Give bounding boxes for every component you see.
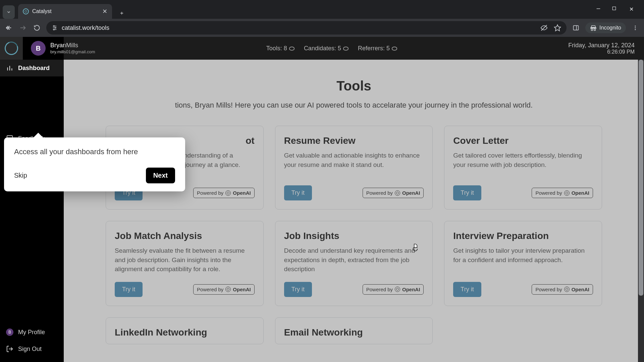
scrollbar-thumb[interactable] [639, 60, 643, 296]
svg-marker-12 [554, 25, 560, 31]
browser-titlebar: Catalyst ✕ ＋ ✕ [0, 0, 644, 19]
powered-by-badge: Powered byOpenAI [193, 284, 255, 295]
powered-brand: OpenAI [402, 190, 420, 196]
app-logo[interactable] [0, 37, 23, 60]
browser-menu-button[interactable] [631, 23, 640, 33]
logo-icon [2, 39, 20, 57]
card-title: Resume Review [284, 135, 424, 146]
sidebar-item-label: Dashboard [18, 65, 50, 72]
openai-icon [225, 287, 231, 292]
nav-back-button[interactable] [4, 23, 13, 33]
new-tab-button[interactable]: ＋ [116, 7, 127, 19]
powered-by-badge: Powered byOpenAI [363, 284, 424, 295]
user-email: bry.mills01@gmail.com [50, 49, 95, 55]
tab-close-button[interactable]: ✕ [102, 8, 107, 15]
vertical-scrollbar[interactable] [638, 60, 644, 362]
card-desc: Decode and understand key requirements a… [284, 246, 424, 274]
try-it-button[interactable]: Try it [453, 282, 481, 297]
incognito-indicator[interactable]: Incognito [585, 22, 626, 33]
powered-label: Powered by [366, 287, 393, 292]
sidebar-item-label: Sign Out [18, 346, 42, 353]
browser-toolbar: catalist.work/tools Incognito [0, 19, 644, 37]
card-desc: Seamlessly evaluate the fit between a re… [115, 246, 255, 274]
user-block: BryanMills bry.mills01@gmail.com [50, 42, 95, 54]
svg-point-17 [635, 29, 636, 30]
window-controls: ✕ [596, 0, 644, 12]
stat-tools: Tools: 8 [266, 45, 287, 52]
coin-icon [289, 47, 294, 51]
incognito-label: Incognito [599, 25, 621, 31]
sidebar-item-dashboard[interactable]: Dashboard [0, 60, 64, 76]
tour-skip-button[interactable]: Skip [14, 172, 27, 179]
powered-by-badge: Powered byOpenAI [193, 188, 255, 198]
openai-icon [564, 287, 570, 292]
openai-icon [395, 190, 400, 196]
sidebar-item-sign-out[interactable]: Sign Out [0, 341, 64, 357]
current-time: 6:26:09 PM [568, 49, 635, 55]
card-title: Job Match Analysis [115, 231, 255, 241]
openai-icon [225, 190, 231, 196]
tool-card: Job Insights Decode and understand key r… [275, 221, 433, 306]
window-minimize-button[interactable] [596, 6, 602, 12]
svg-point-9 [55, 27, 56, 28]
side-panel-icon[interactable] [571, 23, 581, 33]
incognito-icon [590, 24, 597, 31]
powered-brand: OpenAI [402, 287, 420, 292]
tour-next-button[interactable]: Next [146, 168, 175, 183]
powered-brand: OpenAI [233, 190, 251, 196]
tooltip-message: Access all your dashboards from here [14, 147, 175, 156]
powered-by-badge: Powered byOpenAI [363, 188, 424, 198]
sidebar-item-my-profile[interactable]: B My Profile [0, 324, 64, 341]
credit-stats: Tools: 8 Candidates: 5 Referrers: 5 [266, 45, 397, 52]
window-close-button[interactable]: ✕ [628, 6, 635, 12]
page-title: Tools [80, 78, 628, 94]
try-it-button[interactable]: Try it [284, 282, 312, 297]
powered-label: Powered by [366, 190, 393, 196]
stat-candidates: Candidates: 5 [304, 45, 341, 52]
tooltip-arrow-icon [33, 133, 44, 138]
openai-icon [395, 287, 400, 292]
nav-reload-button[interactable] [32, 23, 42, 33]
card-title: Email Networking [284, 327, 424, 338]
openai-icon [564, 190, 570, 196]
powered-brand: OpenAI [572, 190, 589, 196]
powered-brand: OpenAI [572, 287, 589, 292]
svg-rect-13 [574, 25, 579, 30]
powered-label: Powered by [535, 287, 562, 292]
tracking-icon[interactable] [540, 24, 548, 32]
sidebar: Dashboard Feedback B My Profile Sign [0, 37, 64, 362]
window-maximize-button[interactable] [612, 6, 619, 12]
address-bar[interactable]: catalist.work/tools [46, 21, 567, 35]
try-it-button[interactable]: Try it [453, 185, 481, 200]
card-desc: Get valuable and actionable insights to … [284, 151, 424, 169]
coin-icon [343, 47, 348, 51]
svg-point-15 [635, 25, 636, 26]
current-date: Friday, January 12, 2024 [568, 42, 635, 49]
search-tabs-button[interactable] [3, 5, 15, 19]
site-settings-icon[interactable] [52, 25, 58, 31]
card-title: LinkedIn Networking [115, 327, 255, 338]
url-text: catalist.work/tools [62, 24, 109, 32]
try-it-button[interactable]: Try it [115, 282, 143, 297]
user-name: BryanMills [50, 42, 95, 49]
mini-avatar-initial: B [8, 330, 11, 335]
powered-by-badge: Powered byOpenAI [532, 188, 593, 198]
page-subtitle: tions, Bryan Mills! Here you can use our… [80, 101, 628, 110]
svg-rect-1 [612, 7, 615, 10]
powered-label: Powered by [535, 190, 562, 196]
card-desc: Get tailored cover letters effortlessly,… [453, 151, 593, 169]
tab-favicon-icon [23, 8, 29, 14]
nav-forward-button[interactable] [18, 23, 28, 33]
card-title: Job Insights [284, 231, 424, 241]
bookmark-star-icon[interactable] [554, 24, 561, 32]
browser-tab-active[interactable]: Catalyst ✕ [18, 4, 112, 19]
stat-referrers: Referrers: 5 [358, 45, 390, 52]
tab-title: Catalyst [32, 8, 52, 14]
svg-point-10 [53, 29, 54, 30]
tool-card: Job Match Analysis Seamlessly evaluate t… [106, 221, 264, 306]
app-topbar: B BryanMills bry.mills01@gmail.com Tools… [0, 37, 644, 60]
tool-card: Resume Review Get valuable and actionabl… [275, 126, 433, 209]
try-it-button[interactable]: Try it [284, 185, 312, 200]
user-avatar[interactable]: B [31, 41, 46, 56]
powered-brand: OpenAI [233, 287, 251, 292]
